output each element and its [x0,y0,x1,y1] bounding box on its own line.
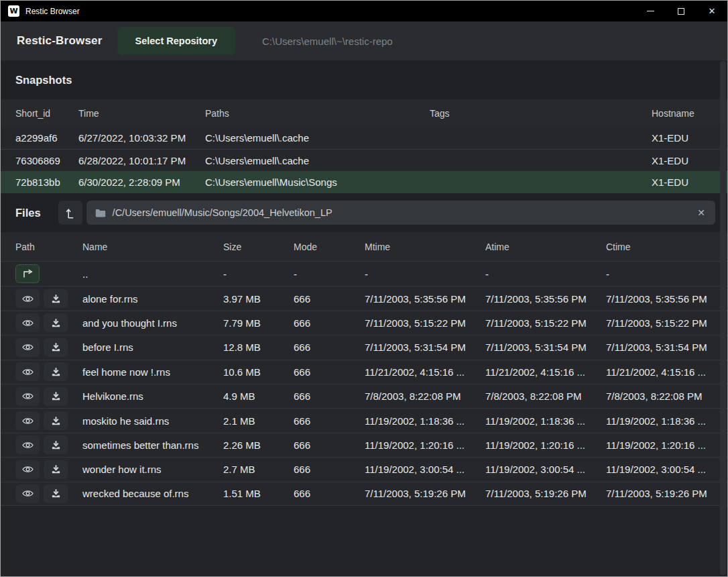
preview-file-button[interactable] [15,289,40,308]
titlebar[interactable]: W Restic Browser ✕ [1,1,727,21]
snapshot-paths: C:\Users\emuell\Music\Songs [205,176,430,188]
file-mtime: 7/11/2003, 5:15:22 PM [365,317,485,329]
file-row: feel home now !.rns 10.6 MB 666 11/21/20… [1,360,727,384]
download-file-button[interactable] [44,411,68,430]
app-logo-letter: W [9,7,17,15]
titlebar-left: W Restic Browser [8,5,80,17]
column-header-short-id: Short_id [15,108,78,119]
files-section-header: Files /C/Users/emuell/Music/Songs/2004_H… [1,193,727,232]
app-logo-icon: W [8,5,19,17]
download-icon [51,367,61,377]
download-file-button[interactable] [44,362,68,381]
eye-icon [21,342,34,352]
snapshot-short-id: 72b813bb [15,176,78,188]
file-row: wonder how it.rns 2.7 MB 666 11/19/2002,… [1,457,727,481]
download-icon [51,391,61,401]
preview-file-button[interactable] [15,411,40,430]
column-header-mode: Mode [294,242,365,252]
file-mtime: 11/19/2002, 1:18:36 ... [365,415,485,427]
file-size: 3.97 MB [223,293,294,305]
go-up-directory-button[interactable] [58,201,82,225]
file-atime: - [485,268,606,280]
maximize-button[interactable] [666,1,696,21]
file-row: wrecked because of.rns 1.51 MB 666 7/11/… [1,482,727,506]
file-atime: 11/19/2002, 1:20:16 ... [485,439,606,451]
scrollbar[interactable] [720,61,726,575]
file-size: 12.8 MB [223,342,294,353]
preview-file-button[interactable] [15,460,40,479]
column-header-hostname: Hostname [652,108,727,119]
file-name: .. [82,268,223,280]
download-icon [51,488,61,499]
download-file-button[interactable] [44,484,68,503]
preview-file-button[interactable] [15,387,40,406]
snapshots-heading: Snapshots [15,74,72,87]
snapshot-paths: C:\Users\emuell\.cache [205,132,430,144]
file-mtime: 11/19/2002, 3:00:54 ... [365,464,485,475]
snapshot-row[interactable]: 76306869 6/28/2022, 10:01:17 PM C:\Users… [1,149,727,171]
snapshot-row[interactable]: a2299af6 6/27/2022, 10:03:32 PM C:\Users… [1,127,727,149]
snapshot-short-id: 76306869 [15,155,78,166]
snapshot-row-selected[interactable]: 72b813bb 6/30/2022, 2:28:09 PM C:\Users\… [1,171,727,193]
snapshot-time: 6/28/2022, 10:01:17 PM [78,155,205,166]
file-ctime: 11/19/2002, 1:20:16 ... [606,439,727,451]
file-ctime: 11/19/2002, 3:00:54 ... [606,464,727,475]
preview-file-button[interactable] [15,313,40,332]
download-icon [51,464,61,474]
file-mode: - [294,268,365,280]
file-atime: 7/11/2003, 5:31:54 PM [485,342,606,353]
download-file-button[interactable] [44,313,68,332]
preview-file-button[interactable] [15,484,40,503]
file-row: before I.rns 12.8 MB 666 7/11/2003, 5:31… [1,335,727,359]
file-size: 2.1 MB [223,415,294,427]
file-mtime: 11/21/2002, 4:15:16 ... [365,366,485,378]
download-file-button[interactable] [44,435,68,454]
snapshot-paths: C:\Users\emuell\.cache [205,155,430,166]
file-atime: 7/11/2003, 5:15:22 PM [485,317,606,329]
minimize-icon [647,11,654,11]
current-path-input[interactable]: /C/Users/emuell/Music/Songs/2004_Helveti… [86,201,715,225]
select-repository-button[interactable]: Select Repository [117,27,236,55]
eye-icon [21,440,34,450]
file-ctime: 7/8/2003, 8:22:08 PM [606,390,727,402]
minimize-button[interactable] [635,1,666,21]
files-heading: Files [15,207,41,219]
download-icon [51,342,61,352]
file-mode: 666 [294,366,365,378]
close-button[interactable]: ✕ [696,1,727,21]
preview-file-button[interactable] [15,338,40,357]
file-ctime: 7/11/2003, 5:15:22 PM [606,317,727,329]
file-name: feel home now !.rns [82,366,223,378]
file-mode: 666 [294,415,365,427]
file-mtime: 11/19/2002, 1:20:16 ... [365,439,485,451]
eye-icon [21,488,34,499]
file-name: Helvikone.rns [82,390,223,402]
download-icon [51,294,61,304]
file-ctime: 11/19/2002, 1:18:36 ... [606,415,727,427]
file-ctime: 7/11/2003, 5:31:54 PM [606,342,727,353]
preview-file-button[interactable] [15,362,40,381]
file-name: before I.rns [82,342,223,353]
download-file-button[interactable] [44,289,68,308]
clear-path-icon: ✕ [697,207,705,218]
file-mtime: 7/11/2003, 5:31:54 PM [365,342,485,353]
file-mtime: 7/8/2003, 8:22:08 PM [365,390,485,402]
file-name: moskito he said.rns [82,415,223,427]
file-mtime: 7/11/2003, 5:19:26 PM [365,488,485,499]
file-mode: 666 [294,464,365,475]
download-file-button[interactable] [44,387,68,406]
column-header-mtime: Mtime [365,242,485,252]
clear-path-button[interactable]: ✕ [696,207,707,218]
column-header-tags: Tags [430,108,652,119]
eye-icon [21,416,34,426]
column-header-name: Name [82,242,223,252]
app-header: Restic-Browser Select Repository C:\User… [1,21,727,60]
download-file-button[interactable] [44,338,68,357]
download-file-button[interactable] [44,460,68,479]
file-name: wrecked because of.rns [82,488,223,499]
file-ctime: 7/11/2003, 5:35:56 PM [606,293,727,305]
file-size: 10.6 MB [223,366,294,378]
preview-file-button[interactable] [15,435,40,454]
open-parent-directory-button[interactable] [15,264,40,283]
file-mode: 666 [294,488,365,499]
